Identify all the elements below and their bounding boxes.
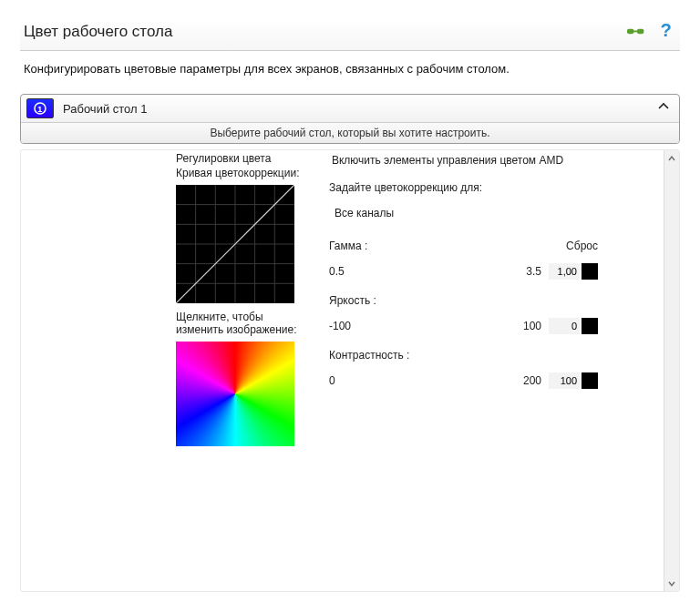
amd-controls-title: Включить элементы управления цветом AMD — [329, 154, 566, 167]
brightness-swatch[interactable] — [582, 318, 598, 334]
preview-label: Щелкните, чтобы изменить изображение: — [176, 311, 313, 336]
gamma-swatch[interactable] — [582, 263, 598, 280]
vertical-scrollbar[interactable] — [664, 150, 679, 591]
gamma-curve-canvas[interactable] — [176, 185, 294, 303]
gamma-max: 3.5 — [512, 265, 541, 278]
adjustments-title: Регулировки цвета — [176, 152, 313, 165]
gamma-row: Гамма : Сброс 0.5 3.5 — [329, 240, 656, 280]
settings-window: Цвет рабочего стола ? Конфигурировать цв… — [0, 0, 700, 612]
contrast-label: Контрастность : — [329, 349, 409, 362]
color-preview-image[interactable] — [176, 342, 294, 446]
svg-text:1: 1 — [37, 105, 42, 114]
right-column: Включить элементы управления цветом AMD … — [329, 152, 656, 584]
reset-label[interactable]: Сброс — [566, 240, 598, 252]
contrast-swatch[interactable] — [582, 372, 598, 389]
window-title: Цвет рабочего стола — [20, 23, 172, 41]
gamma-value-input[interactable] — [549, 263, 580, 280]
desktop-selector: 1 Рабочий стол 1 Выберите рабочий стол, … — [20, 94, 680, 144]
page-description: Конфигурировать цветовые параметры для в… — [20, 62, 680, 76]
svg-text:?: ? — [661, 20, 672, 40]
gamma-label: Гамма : — [329, 240, 367, 252]
brightness-max: 100 — [512, 320, 541, 332]
title-bar: Цвет рабочего стола ? — [20, 18, 680, 51]
svg-rect-0 — [627, 29, 633, 34]
scroll-down-arrow-icon[interactable] — [665, 576, 679, 591]
contrast-value-input[interactable] — [549, 372, 580, 389]
desktop-selector-title: Рабочий стол 1 — [63, 102, 147, 116]
set-correction-for-label: Задайте цветокоррекцию для: — [329, 181, 656, 194]
brightness-min: -100 — [329, 320, 360, 332]
content-panel: Регулировки цвета Кривая цветокоррекции: — [20, 149, 680, 592]
gamma-min: 0.5 — [329, 265, 360, 278]
curve-label: Кривая цветокоррекции: — [176, 167, 313, 179]
contrast-row: Контрастность : 0 200 — [329, 349, 656, 389]
scroll-up-arrow-icon[interactable] — [665, 150, 679, 166]
brightness-value-input[interactable] — [549, 318, 580, 334]
channel-selector[interactable]: Все каналы — [335, 207, 656, 219]
left-column: Регулировки цвета Кривая цветокоррекции: — [176, 152, 313, 584]
svg-rect-2 — [633, 31, 638, 33]
brightness-row: Яркость : -100 100 — [329, 294, 656, 334]
brightness-label: Яркость : — [329, 294, 376, 307]
desktop-selector-header[interactable]: 1 Рабочий стол 1 — [21, 95, 679, 122]
desktop-selector-caption: Выберите рабочий стол, который вы хотите… — [21, 122, 679, 143]
chevron-up-icon — [657, 100, 670, 117]
contrast-min: 0 — [329, 374, 360, 387]
monitor-badge-icon: 1 — [26, 98, 54, 118]
help-icon[interactable]: ? — [656, 20, 676, 44]
plug-icon[interactable] — [627, 26, 647, 38]
contrast-max: 200 — [512, 374, 541, 387]
